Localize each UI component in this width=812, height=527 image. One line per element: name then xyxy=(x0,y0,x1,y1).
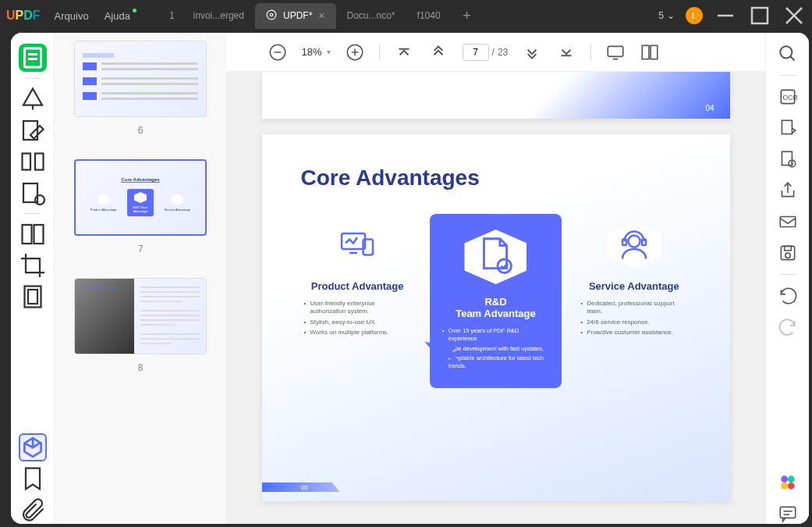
svg-point-46 xyxy=(781,475,788,482)
maximize-button[interactable] xyxy=(748,4,771,27)
bullet: User-friendly enterprise authorization s… xyxy=(304,300,411,316)
tab-invoice[interactable]: invoi...erged xyxy=(183,4,255,27)
ocr-button[interactable]: OCR xyxy=(778,87,798,107)
email-button[interactable] xyxy=(778,212,798,232)
save-button[interactable] xyxy=(778,243,798,263)
app-logo: UPDF xyxy=(6,9,41,23)
thumbnail-page-8[interactable]: Growth Prospect xyxy=(74,278,207,354)
svg-rect-15 xyxy=(22,225,31,244)
right-rail: OCR xyxy=(765,33,809,524)
bookmarks-panel-button[interactable] xyxy=(19,465,47,493)
last-page-button[interactable] xyxy=(556,42,576,62)
convert-button[interactable] xyxy=(778,118,798,138)
svg-rect-24 xyxy=(608,46,624,56)
forms-tool-icon[interactable] xyxy=(19,179,47,207)
protect-button[interactable] xyxy=(778,149,798,169)
monitor-icon xyxy=(330,222,385,269)
svg-point-14 xyxy=(35,195,44,205)
slide-title: Core Advantages xyxy=(301,166,691,191)
tab-label: UPDF* xyxy=(283,10,312,21)
tab-updf[interactable]: UPDF* × xyxy=(255,3,336,29)
next-page-button[interactable] xyxy=(522,42,542,62)
bullet: Works on multiple platforms. xyxy=(304,329,411,336)
thumbnail-panel[interactable]: 6 Core Advantages Product Advantage R&D … xyxy=(55,33,226,524)
svg-rect-18 xyxy=(28,290,37,304)
tab-f1040[interactable]: f1040 xyxy=(406,4,452,27)
view-mode-button[interactable] xyxy=(640,42,660,62)
svg-rect-33 xyxy=(622,240,626,246)
svg-point-0 xyxy=(267,10,276,20)
first-page-button[interactable] xyxy=(394,42,414,62)
document-badge-icon xyxy=(464,230,527,284)
cloud-sync-badge[interactable]: 5 ⌄ xyxy=(658,10,675,21)
svg-point-1 xyxy=(270,13,273,16)
svg-rect-26 xyxy=(643,45,650,59)
svg-rect-40 xyxy=(782,151,792,165)
page-6-partial[interactable]: 04 xyxy=(262,72,730,119)
slide-footer: 05 xyxy=(262,482,340,492)
add-tab-button[interactable]: + xyxy=(458,6,477,25)
thumbnail-page-6[interactable] xyxy=(74,41,207,117)
tab-counter[interactable]: 1 xyxy=(161,4,183,27)
ai-assistant-button[interactable] xyxy=(778,472,798,493)
bullet: Stylish, easy-to-use UX. xyxy=(304,319,411,326)
left-rail xyxy=(11,33,55,524)
menu-help[interactable]: Ajuda xyxy=(105,10,130,22)
window-controls: 5 ⌄ L xyxy=(658,4,806,27)
headset-icon xyxy=(607,222,661,269)
thumbnail-number: 8 xyxy=(73,362,207,373)
comment-tool-icon[interactable] xyxy=(19,85,47,113)
edit-tool-icon[interactable] xyxy=(19,116,47,144)
presentation-button[interactable] xyxy=(605,42,626,62)
svg-rect-16 xyxy=(34,225,43,244)
bullet: Proactive customer assistance. xyxy=(580,329,687,336)
svg-point-47 xyxy=(788,475,795,482)
user-avatar[interactable]: L xyxy=(686,7,703,24)
thumbnail-number: 7 xyxy=(73,244,207,255)
zoom-out-button[interactable] xyxy=(268,42,288,62)
organize-tool-icon[interactable] xyxy=(19,148,47,176)
page-input[interactable] xyxy=(463,44,489,61)
svg-rect-28 xyxy=(342,233,365,249)
redo-button[interactable] xyxy=(778,317,798,337)
svg-rect-39 xyxy=(782,120,792,134)
tab-edit-icon xyxy=(266,9,277,23)
compare-tool-icon[interactable] xyxy=(19,220,47,248)
close-icon[interactable]: × xyxy=(318,9,324,22)
svg-point-45 xyxy=(785,253,790,258)
tab-docu[interactable]: Docu...nco* xyxy=(336,4,406,27)
undo-button[interactable] xyxy=(778,286,798,306)
attachments-panel-button[interactable] xyxy=(19,496,47,524)
crop-tool-icon[interactable] xyxy=(19,251,47,280)
page-total: 23 xyxy=(498,47,508,58)
svg-rect-12 xyxy=(35,154,44,170)
share-button[interactable] xyxy=(778,180,798,201)
tab-bar: 1 invoi...erged UPDF* × Docu...nco* f104… xyxy=(161,3,658,29)
compress-tool-icon[interactable] xyxy=(19,283,47,311)
tab-label: f1040 xyxy=(417,10,441,21)
page-7[interactable]: Core Advantages Product Advantage User-f… xyxy=(262,134,730,501)
thumbnail-page-7[interactable]: Core Advantages Product Advantage R&D Te… xyxy=(74,159,207,236)
svg-rect-50 xyxy=(780,507,796,518)
svg-rect-42 xyxy=(780,217,796,227)
minimize-button[interactable] xyxy=(714,4,737,27)
zoom-level[interactable]: 18%▾ xyxy=(302,46,331,58)
svg-rect-3 xyxy=(752,8,768,23)
comments-button[interactable] xyxy=(778,504,798,524)
search-button[interactable] xyxy=(778,44,798,64)
service-advantage-card: Service Advantage Dedicated, professiona… xyxy=(577,222,690,340)
svg-point-35 xyxy=(780,46,792,58)
reader-mode-icon[interactable] xyxy=(19,44,47,72)
title-bar: UPDF Arquivo Ajuda 1 invoi...erged UPDF*… xyxy=(0,0,812,31)
page-indicator: / 23 xyxy=(463,44,509,61)
top-toolbar: 18%▾ / 23 xyxy=(226,33,765,72)
close-button[interactable] xyxy=(782,4,806,27)
prev-page-button[interactable] xyxy=(428,42,449,62)
svg-rect-11 xyxy=(22,154,30,170)
svg-point-48 xyxy=(781,482,788,490)
thumbnails-panel-button[interactable] xyxy=(19,433,47,461)
document-canvas[interactable]: 04 Core Advantages Product Advantage Use… xyxy=(226,72,765,524)
card-title: Service Advantage xyxy=(577,280,690,292)
zoom-in-button[interactable] xyxy=(345,42,365,62)
menu-file[interactable]: Arquivo xyxy=(55,10,89,22)
